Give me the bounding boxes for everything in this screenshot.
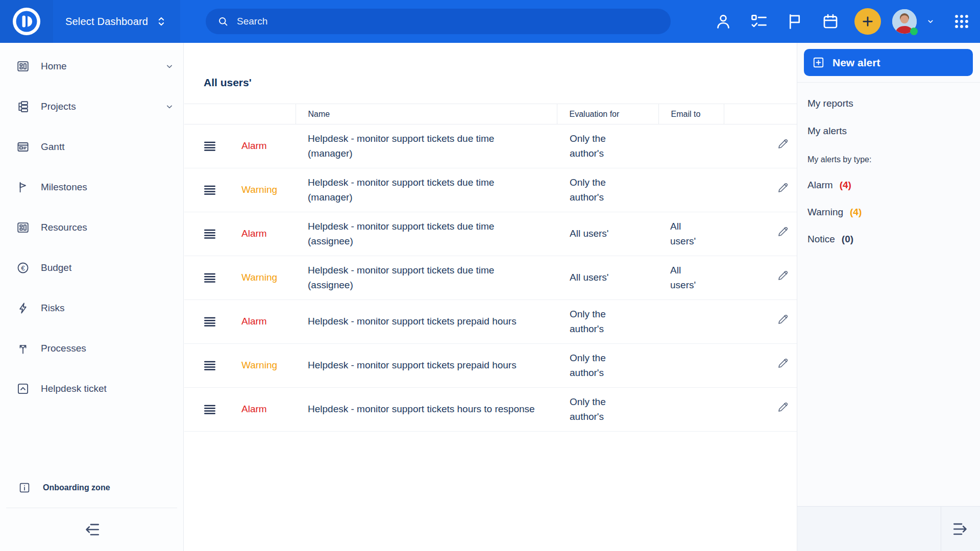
type-count-value: (0)	[842, 234, 853, 245]
user-avatar[interactable]	[892, 9, 917, 34]
drag-handle-icon[interactable]	[203, 228, 217, 241]
severity-label: Alarm	[241, 314, 267, 329]
search-bar[interactable]	[206, 9, 671, 34]
table-row[interactable]: Alarm Helpdesk - monitor support tickets…	[184, 124, 797, 168]
sidebar-item-gantt[interactable]: Gantt	[0, 127, 183, 167]
todo-list-icon[interactable]	[750, 12, 768, 31]
edit-pencil-icon[interactable]	[776, 137, 790, 151]
panel-footer	[797, 506, 980, 551]
evaluation-for-value: All users'	[570, 227, 631, 241]
evaluation-for-value: Only the author's	[570, 351, 631, 380]
evaluation-for-value: Only the author's	[570, 307, 631, 336]
alert-name: Helpdesk - monitor support tickets hours…	[308, 402, 537, 417]
sidebar-item-processes[interactable]: Processes	[0, 328, 183, 368]
panel-links: My reports My alerts	[797, 83, 980, 145]
drag-handle-icon[interactable]	[203, 271, 217, 285]
table-row[interactable]: Alarm Helpdesk - monitor support tickets…	[184, 388, 797, 432]
column-header-name: Name	[296, 104, 557, 124]
sidebar-item-onboarding-zone[interactable]: Onboarding zone	[0, 467, 183, 508]
table-row[interactable]: Alarm Helpdesk - monitor support tickets…	[184, 212, 797, 256]
topbar-actions	[705, 0, 974, 43]
chevron-up-square-icon	[16, 382, 30, 395]
lightning-bolt-icon	[16, 302, 30, 315]
type-count-row[interactable]: Warning (4)	[797, 198, 980, 226]
type-count-value: (4)	[850, 207, 862, 218]
milestone-flag-icon	[16, 181, 30, 194]
type-count-row[interactable]: Notice (0)	[797, 226, 980, 253]
sidebar-item-helpdesk-ticket[interactable]: Helpdesk ticket	[0, 368, 183, 409]
sidebar: Home Projects	[0, 43, 184, 551]
severity-label: Warning	[241, 183, 277, 197]
edit-pencil-icon[interactable]	[776, 400, 790, 414]
main-content: All users' Name Evaluation for Email to	[184, 43, 797, 551]
app-logo[interactable]	[0, 0, 53, 43]
edit-pencil-icon[interactable]	[776, 225, 790, 238]
drag-handle-icon[interactable]	[203, 315, 217, 329]
alert-name: Helpdesk - monitor support tickets prepa…	[308, 358, 537, 373]
alerts-by-type-label: My alerts by type:	[797, 148, 980, 171]
apps-grid-icon[interactable]	[952, 12, 971, 31]
table-row[interactable]: Warning Helpdesk - monitor support ticke…	[184, 168, 797, 212]
sidebar-item-label: Helpdesk ticket	[41, 383, 175, 394]
sidebar-item-risks[interactable]: Risks	[0, 288, 183, 328]
type-count-value: (4)	[840, 180, 851, 191]
edit-pencil-icon[interactable]	[776, 357, 790, 370]
edit-pencil-icon[interactable]	[776, 269, 790, 282]
svg-text:€: €	[21, 264, 25, 271]
drag-handle-icon[interactable]	[203, 359, 217, 372]
evaluation-for-value: Only the author's	[570, 176, 631, 205]
email-to-value: All users'	[670, 263, 701, 292]
chevron-down-icon[interactable]	[164, 102, 175, 112]
sidebar-item-label: Gantt	[41, 141, 175, 153]
severity-label: Warning	[241, 270, 277, 285]
sidebar-item-projects[interactable]: Projects	[0, 86, 183, 127]
sidebar-item-label: Projects	[41, 101, 164, 112]
drag-handle-icon[interactable]	[203, 403, 217, 416]
column-header-evaluation-for: Evaluation for	[557, 104, 658, 124]
drag-handle-icon[interactable]	[203, 184, 217, 197]
type-count-label: Warning	[807, 207, 843, 218]
collapse-sidebar-icon[interactable]	[83, 520, 101, 539]
avatar-chevron-down-icon[interactable]	[925, 16, 936, 27]
flag-icon[interactable]	[786, 12, 804, 31]
collapse-panel-icon[interactable]	[951, 520, 970, 538]
panel-footer-spacer	[797, 507, 941, 551]
sidebar-item-resources[interactable]: Resources	[0, 207, 183, 247]
info-square-icon	[18, 482, 31, 494]
edit-pencil-icon[interactable]	[776, 181, 790, 194]
quick-add-button[interactable]	[854, 8, 881, 35]
alerts-table: Name Evaluation for Email to	[184, 104, 797, 432]
type-count-row[interactable]: Alarm (4)	[797, 171, 980, 198]
table-row[interactable]: Alarm Helpdesk - monitor support tickets…	[184, 300, 797, 344]
severity-label: Alarm	[241, 402, 267, 417]
sidebar-nav: Home Projects	[0, 43, 183, 409]
search-input[interactable]	[236, 15, 659, 28]
app-window: Select Dashboard	[0, 0, 980, 551]
table-row[interactable]: Warning Helpdesk - monitor support ticke…	[184, 344, 797, 388]
email-to-value: All users'	[670, 219, 701, 248]
alert-name: Helpdesk - monitor support tickets due t…	[308, 176, 537, 205]
type-count-list: Alarm (4) Warning (4) Notice (0)	[797, 171, 980, 253]
new-alert-button[interactable]: New alert	[804, 49, 973, 76]
user-icon[interactable]	[714, 12, 732, 31]
evaluation-for-value: All users'	[570, 270, 631, 285]
chevron-down-icon[interactable]	[164, 61, 175, 71]
calendar-icon[interactable]	[821, 12, 840, 31]
link-my-reports[interactable]: My reports	[797, 90, 980, 117]
severity-label: Alarm	[241, 227, 267, 241]
resources-icon	[16, 221, 30, 234]
column-header-email-to: Email to	[658, 104, 724, 124]
alert-name: Helpdesk - monitor support tickets prepa…	[308, 314, 537, 329]
edit-pencil-icon[interactable]	[776, 313, 790, 326]
link-my-alerts[interactable]: My alerts	[797, 117, 980, 145]
dashboard-selector[interactable]: Select Dashboard	[53, 0, 180, 43]
sidebar-item-label: Onboarding zone	[43, 483, 110, 492]
euro-circle-icon: €	[16, 261, 30, 274]
table-row[interactable]: Warning Helpdesk - monitor support ticke…	[184, 256, 797, 300]
sidebar-item-budget[interactable]: € Budget	[0, 247, 183, 288]
sidebar-item-home[interactable]: Home	[0, 46, 183, 86]
drag-handle-icon[interactable]	[203, 140, 217, 153]
projects-tree-icon	[16, 100, 30, 113]
sidebar-item-milestones[interactable]: Milestones	[0, 167, 183, 207]
column-header-actions	[724, 104, 797, 124]
